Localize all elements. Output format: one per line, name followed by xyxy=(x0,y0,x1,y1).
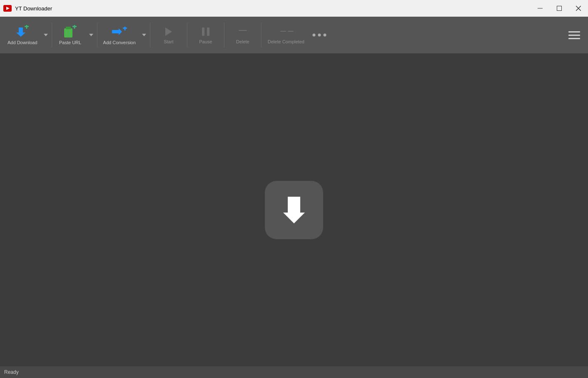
svg-marker-14 xyxy=(89,34,93,36)
hamburger-line-3 xyxy=(568,38,580,39)
svg-marker-28 xyxy=(283,197,305,223)
title-bar: YT Downloader xyxy=(0,0,588,17)
start-icon xyxy=(163,26,174,38)
close-button[interactable] xyxy=(569,0,588,17)
add-conversion-group: Add Conversion xyxy=(99,18,148,52)
add-download-dropdown[interactable] xyxy=(42,18,50,52)
add-conversion-icon xyxy=(111,25,128,38)
svg-rect-24 xyxy=(288,31,294,32)
separator-2 xyxy=(97,23,97,48)
paste-url-button[interactable]: Paste URL xyxy=(54,18,87,52)
paste-url-label: Paste URL xyxy=(59,40,81,45)
delete-completed-label: Delete Completed xyxy=(268,39,304,44)
svg-rect-20 xyxy=(202,28,204,36)
delete-button[interactable]: Delete xyxy=(226,18,259,52)
app-icon xyxy=(3,4,12,13)
delete-completed-icon xyxy=(279,26,294,38)
separator-3 xyxy=(150,23,150,48)
center-download-icon xyxy=(265,181,323,239)
svg-rect-10 xyxy=(64,28,72,38)
svg-rect-23 xyxy=(280,31,286,32)
separator-6 xyxy=(261,23,262,48)
svg-marker-9 xyxy=(44,34,48,36)
add-download-label: Add Download xyxy=(7,40,37,45)
add-conversion-label: Add Conversion xyxy=(103,40,136,45)
hamburger-menu-button[interactable] xyxy=(564,18,585,52)
status-text: Ready xyxy=(4,369,19,375)
svg-marker-18 xyxy=(142,34,146,36)
svg-point-25 xyxy=(312,34,315,37)
title-bar-left: YT Downloader xyxy=(3,4,52,13)
paste-url-dropdown[interactable] xyxy=(87,18,95,52)
svg-rect-2 xyxy=(538,8,543,9)
add-download-button[interactable]: Add Download xyxy=(3,18,42,52)
app-title: YT Downloader xyxy=(15,5,52,12)
pause-icon xyxy=(200,26,212,38)
maximize-button[interactable] xyxy=(550,0,569,17)
svg-rect-13 xyxy=(74,25,75,29)
paste-url-group: Paste URL xyxy=(54,18,95,52)
start-button[interactable]: Start xyxy=(152,18,185,52)
add-download-icon xyxy=(15,25,30,38)
svg-point-27 xyxy=(323,34,326,37)
separator-4 xyxy=(187,23,187,48)
svg-marker-15 xyxy=(112,28,122,35)
pause-button[interactable]: Pause xyxy=(189,18,222,52)
add-download-group: Add Download xyxy=(3,18,50,52)
delete-completed-button[interactable]: Delete Completed xyxy=(263,18,309,52)
svg-rect-17 xyxy=(124,27,125,30)
hamburger-line-1 xyxy=(568,31,580,33)
paste-url-icon xyxy=(62,25,78,38)
minimize-button[interactable] xyxy=(531,0,550,17)
delete-icon xyxy=(237,26,249,38)
svg-marker-6 xyxy=(16,28,25,37)
separator-5 xyxy=(224,23,224,48)
pause-label: Pause xyxy=(199,39,212,44)
svg-rect-11 xyxy=(66,27,71,29)
svg-point-26 xyxy=(318,34,321,37)
separator-1 xyxy=(52,23,52,48)
title-bar-controls xyxy=(531,0,588,17)
more-button[interactable] xyxy=(309,18,330,52)
svg-rect-8 xyxy=(26,25,27,29)
main-content xyxy=(0,53,588,366)
add-conversion-dropdown[interactable] xyxy=(140,18,148,52)
status-bar: Ready xyxy=(0,366,588,378)
svg-rect-3 xyxy=(557,6,562,11)
svg-marker-19 xyxy=(165,28,172,36)
toolbar: Add Download Paste URL xyxy=(0,17,588,53)
svg-rect-21 xyxy=(207,28,209,36)
add-conversion-button[interactable]: Add Conversion xyxy=(99,18,140,52)
svg-rect-22 xyxy=(239,30,247,31)
delete-label: Delete xyxy=(236,39,249,44)
start-label: Start xyxy=(164,39,173,44)
hamburger-line-2 xyxy=(568,35,580,36)
